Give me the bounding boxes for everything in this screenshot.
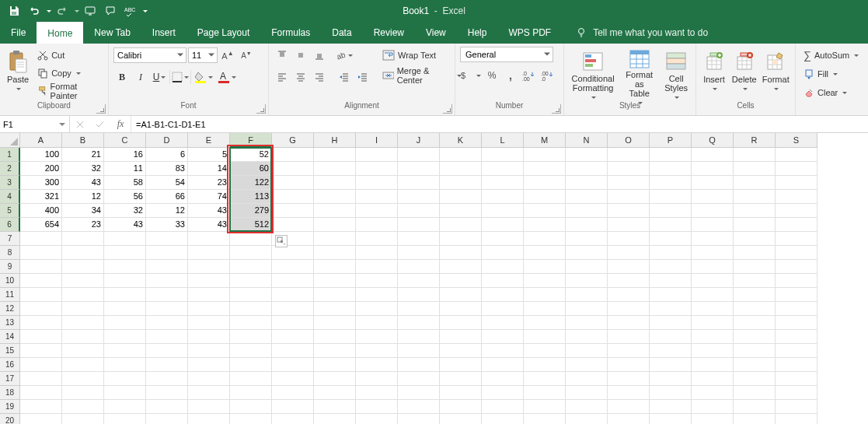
cell[interactable] bbox=[188, 386, 230, 400]
clear-button[interactable]: Clear bbox=[800, 84, 862, 101]
cell[interactable] bbox=[692, 288, 734, 302]
cell[interactable]: 43 bbox=[188, 204, 230, 218]
cell[interactable] bbox=[524, 344, 566, 358]
cell[interactable] bbox=[356, 218, 398, 232]
cell[interactable] bbox=[398, 400, 440, 414]
cell[interactable] bbox=[62, 358, 104, 372]
cell[interactable] bbox=[734, 316, 776, 330]
cell[interactable] bbox=[776, 176, 817, 190]
column-header[interactable]: I bbox=[356, 133, 398, 148]
cell[interactable] bbox=[398, 274, 440, 288]
cell[interactable] bbox=[398, 218, 440, 232]
cell[interactable] bbox=[692, 330, 734, 344]
cell[interactable] bbox=[272, 246, 314, 260]
cell[interactable] bbox=[692, 204, 734, 218]
cell[interactable] bbox=[356, 372, 398, 386]
cell[interactable] bbox=[524, 316, 566, 330]
cell[interactable] bbox=[314, 414, 356, 424]
cell[interactable] bbox=[314, 386, 356, 400]
column-header[interactable]: M bbox=[524, 133, 566, 148]
cell[interactable] bbox=[230, 344, 272, 358]
cell[interactable]: 21 bbox=[62, 148, 104, 162]
cell[interactable] bbox=[440, 204, 482, 218]
cell[interactable] bbox=[398, 344, 440, 358]
cell[interactable]: 654 bbox=[20, 218, 62, 232]
column-header[interactable]: N bbox=[566, 133, 608, 148]
cell[interactable] bbox=[272, 358, 314, 372]
cell[interactable] bbox=[20, 344, 62, 358]
cell[interactable] bbox=[146, 232, 188, 246]
format-painter-button[interactable]: Format Painter bbox=[34, 82, 103, 100]
cell[interactable] bbox=[482, 372, 524, 386]
cell[interactable] bbox=[314, 372, 356, 386]
cell[interactable] bbox=[398, 204, 440, 218]
cell[interactable] bbox=[692, 316, 734, 330]
cell[interactable] bbox=[104, 302, 146, 316]
tab-page-layout[interactable]: Page Layout bbox=[186, 22, 260, 44]
column-header[interactable]: S bbox=[776, 133, 817, 148]
cell[interactable] bbox=[650, 218, 692, 232]
cell[interactable] bbox=[734, 148, 776, 162]
cell[interactable]: 74 bbox=[188, 190, 230, 204]
cell[interactable] bbox=[188, 232, 230, 246]
conditional-formatting-button[interactable]: Conditional Formatting bbox=[569, 47, 617, 101]
cell[interactable] bbox=[146, 316, 188, 330]
cell[interactable] bbox=[146, 330, 188, 344]
cell[interactable] bbox=[272, 218, 314, 232]
cell[interactable] bbox=[440, 344, 482, 358]
cell[interactable] bbox=[524, 204, 566, 218]
cell[interactable] bbox=[776, 358, 817, 372]
cell[interactable] bbox=[776, 386, 817, 400]
cell[interactable] bbox=[272, 288, 314, 302]
cell[interactable] bbox=[650, 204, 692, 218]
cell[interactable]: 16 bbox=[104, 148, 146, 162]
cell[interactable] bbox=[566, 190, 608, 204]
row-header[interactable]: 15 bbox=[0, 344, 20, 358]
column-header[interactable]: J bbox=[398, 133, 440, 148]
cell[interactable] bbox=[230, 316, 272, 330]
cell[interactable] bbox=[524, 260, 566, 274]
cell[interactable] bbox=[146, 414, 188, 424]
cell[interactable] bbox=[230, 232, 272, 246]
cell[interactable] bbox=[566, 386, 608, 400]
cell[interactable] bbox=[776, 302, 817, 316]
cell[interactable] bbox=[608, 358, 650, 372]
cell[interactable] bbox=[734, 386, 776, 400]
cell[interactable] bbox=[482, 176, 524, 190]
align-bottom-button[interactable] bbox=[311, 47, 328, 64]
cell[interactable] bbox=[692, 148, 734, 162]
cell[interactable] bbox=[734, 274, 776, 288]
merge-center-button[interactable]: Merge & Center bbox=[379, 67, 465, 84]
cell[interactable] bbox=[566, 176, 608, 190]
cell[interactable]: 23 bbox=[62, 218, 104, 232]
undo-button[interactable] bbox=[25, 2, 44, 19]
cell[interactable] bbox=[356, 204, 398, 218]
cell[interactable] bbox=[608, 344, 650, 358]
cell[interactable] bbox=[482, 414, 524, 424]
cell[interactable] bbox=[482, 246, 524, 260]
cell[interactable] bbox=[230, 372, 272, 386]
column-header[interactable]: D bbox=[146, 133, 188, 148]
font-size-combo[interactable] bbox=[188, 47, 218, 63]
cell[interactable] bbox=[482, 190, 524, 204]
cell[interactable] bbox=[188, 274, 230, 288]
cell[interactable] bbox=[776, 288, 817, 302]
cell[interactable] bbox=[566, 162, 608, 176]
row-header[interactable]: 10 bbox=[0, 274, 20, 288]
cell[interactable] bbox=[104, 372, 146, 386]
cell[interactable] bbox=[776, 372, 817, 386]
cell[interactable] bbox=[356, 414, 398, 424]
cell[interactable] bbox=[104, 288, 146, 302]
cell[interactable] bbox=[692, 176, 734, 190]
cell[interactable] bbox=[398, 260, 440, 274]
cell[interactable] bbox=[272, 316, 314, 330]
cell[interactable] bbox=[734, 246, 776, 260]
cell[interactable] bbox=[146, 246, 188, 260]
cell[interactable] bbox=[440, 358, 482, 372]
column-header[interactable]: E bbox=[188, 133, 230, 148]
row-header[interactable]: 3 bbox=[0, 176, 20, 190]
cell[interactable] bbox=[692, 260, 734, 274]
cell[interactable] bbox=[692, 246, 734, 260]
cell[interactable] bbox=[608, 372, 650, 386]
cell[interactable] bbox=[398, 288, 440, 302]
